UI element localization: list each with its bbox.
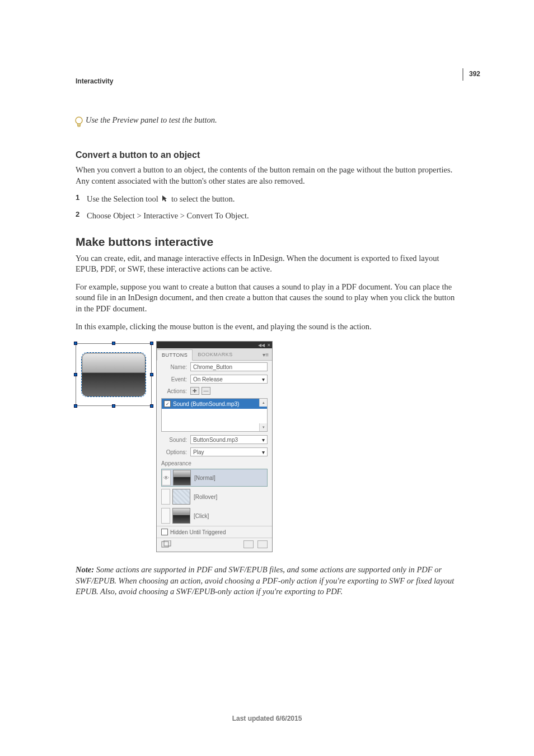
- convert-to-object-icon[interactable]: [161, 540, 171, 549]
- event-value: On Release: [193, 376, 223, 382]
- eye-icon[interactable]: 👁: [162, 470, 171, 486]
- name-value: Chrome_Button: [193, 364, 232, 370]
- delete-icon[interactable]: [257, 540, 268, 548]
- state-name: [Rollover]: [194, 494, 217, 500]
- sound-label: Sound:: [161, 437, 187, 443]
- event-label: Event:: [161, 376, 187, 382]
- options-dropdown[interactable]: Play▾: [190, 447, 268, 456]
- step1-text-b: to select the button.: [169, 194, 235, 203]
- tab-buttons[interactable]: BUTTONS: [157, 349, 193, 361]
- panel-footer: [157, 538, 272, 552]
- state-click[interactable]: [Click]: [161, 507, 268, 525]
- figure-button-preview: [76, 343, 152, 406]
- panel-titlebar: ◀◀ ✕: [157, 342, 272, 348]
- action-checkbox[interactable]: ✓: [164, 400, 171, 407]
- tab-bookmarks[interactable]: BOOKMARKS: [193, 349, 238, 360]
- action-item-label: Sound (ButtonSound.mp3): [173, 401, 239, 407]
- note-label: Note:: [76, 565, 96, 574]
- handle-icon: [112, 342, 115, 345]
- row-sound: Sound: ButtonSound.mp3▾: [157, 433, 272, 446]
- state-thumbnail: [172, 508, 190, 524]
- row-name: Name: Chrome_Button: [157, 361, 272, 373]
- add-action-button[interactable]: ✚: [190, 387, 199, 395]
- selection-tool-icon: [161, 194, 168, 206]
- options-value: Play: [193, 449, 204, 455]
- sound-dropdown[interactable]: ButtonSound.mp3▾: [190, 435, 268, 444]
- note-block: Note: Some actions are supported in PDF …: [76, 564, 463, 598]
- para-convert: When you convert a button to an object, …: [76, 165, 463, 186]
- step-body: Choose Object > Interactive > Convert To…: [87, 210, 249, 221]
- panel-tabs: BUTTONS BOOKMARKS ▾≡: [157, 348, 272, 361]
- para-make-2: For example, suppose you want to create …: [76, 282, 463, 315]
- heading-make-interactive: Make buttons interactive: [76, 235, 463, 249]
- state-thumbnail: [172, 489, 190, 505]
- actions-list[interactable]: ✓ Sound (ButtonSound.mp3) ▴ ▾: [161, 398, 268, 432]
- chapter-title: Interactivity: [76, 77, 463, 85]
- handle-icon: [150, 342, 153, 345]
- state-name: [Click]: [194, 513, 209, 519]
- selection-outline: [81, 352, 146, 397]
- eye-icon[interactable]: [161, 489, 170, 505]
- handle-icon: [150, 404, 153, 408]
- heading-convert: Convert a button to an object: [76, 150, 463, 160]
- last-updated: Last updated 6/6/2015: [0, 715, 534, 722]
- para-make-3: In this example, clicking the mouse butt…: [76, 321, 463, 333]
- preview-spread-icon[interactable]: [243, 540, 254, 548]
- chevron-down-icon: ▾: [262, 376, 265, 382]
- step-2: 2 Choose Object > Interactive > Convert …: [76, 210, 463, 221]
- options-label: Options:: [161, 449, 187, 455]
- step-number: 1: [76, 193, 87, 206]
- actions-label: Actions:: [161, 388, 187, 394]
- hidden-until-triggered-row: Hidden Until Triggered: [157, 526, 272, 538]
- chevron-down-icon: ▾: [262, 437, 265, 443]
- appearance-label: Appearance: [157, 458, 272, 468]
- hidden-label: Hidden Until Triggered: [170, 529, 226, 535]
- collapse-icon[interactable]: ◀◀: [258, 343, 265, 348]
- step-1: 1 Use the Selection tool to select the b…: [76, 193, 463, 206]
- handle-icon: [74, 373, 77, 376]
- row-options: Options: Play▾: [157, 446, 272, 458]
- remove-action-button[interactable]: —: [202, 387, 210, 395]
- step-body: Use the Selection tool to select the but…: [87, 193, 235, 206]
- panel-menu-icon[interactable]: ▾≡: [259, 349, 272, 360]
- chevron-down-icon: ▾: [262, 449, 265, 455]
- row-event: Event: On Release▾: [157, 373, 272, 385]
- handle-icon: [150, 373, 153, 376]
- step-number: 2: [76, 210, 87, 221]
- tip-block: Use the Preview panel to test the button…: [74, 115, 463, 131]
- state-normal[interactable]: 👁 [Normal]: [161, 469, 268, 487]
- scroll-down-icon[interactable]: ▾: [259, 423, 267, 431]
- step1-text-a: Use the Selection tool: [87, 194, 160, 203]
- event-dropdown[interactable]: On Release▾: [190, 375, 268, 384]
- name-input[interactable]: Chrome_Button: [190, 362, 268, 371]
- lightbulb-icon: [74, 116, 82, 131]
- buttons-panel: ◀◀ ✕ BUTTONS BOOKMARKS ▾≡ Name: Chrome_B…: [156, 341, 273, 552]
- close-icon[interactable]: ✕: [267, 343, 271, 348]
- hidden-checkbox[interactable]: [161, 529, 168, 535]
- svg-point-0: [76, 117, 82, 124]
- sound-value: ButtonSound.mp3: [193, 437, 238, 443]
- tip-text: Use the Preview panel to test the button…: [86, 115, 217, 125]
- para-make-1: You can create, edit, and manage interac…: [76, 253, 463, 275]
- state-name: [Normal]: [194, 475, 216, 481]
- scroll-up-icon[interactable]: ▴: [259, 399, 267, 407]
- state-thumbnail: [173, 470, 191, 486]
- row-actions: Actions: ✚ —: [157, 385, 272, 396]
- figure-buttons-panel: ◀◀ ✕ BUTTONS BOOKMARKS ▾≡ Name: Chrome_B…: [76, 341, 463, 552]
- handle-icon: [74, 342, 77, 345]
- eye-icon[interactable]: [161, 508, 170, 524]
- page-number: 392: [469, 70, 480, 78]
- handle-icon: [112, 404, 115, 408]
- name-label: Name:: [161, 364, 187, 370]
- action-item-sound[interactable]: ✓ Sound (ButtonSound.mp3): [162, 399, 267, 409]
- state-rollover[interactable]: [Rollover]: [161, 488, 268, 506]
- note-text: Some actions are supported in PDF and SW…: [76, 565, 454, 596]
- handle-icon: [74, 404, 77, 408]
